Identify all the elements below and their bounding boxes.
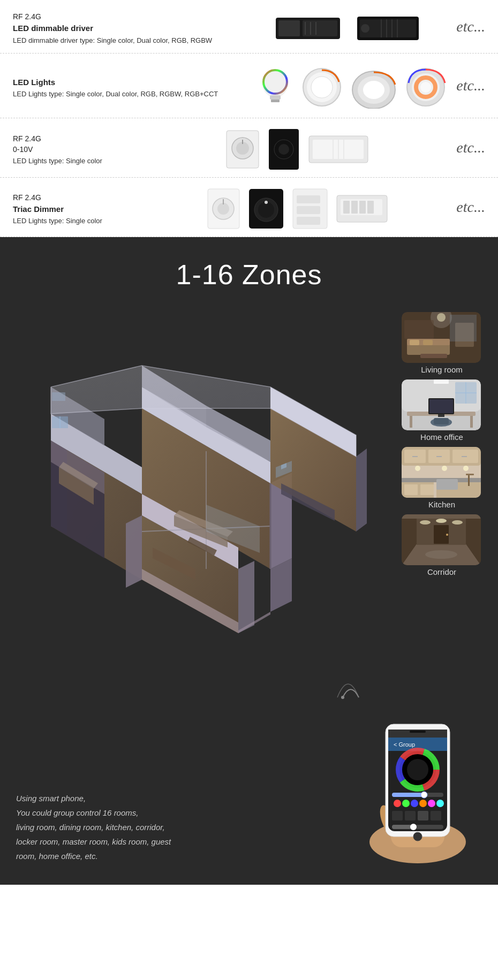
triac-touch-panel xyxy=(291,187,329,230)
etc-label-triac: etc... xyxy=(456,199,485,216)
corridor-label: Corridor xyxy=(402,567,482,576)
category-label: RF 2.4G LED dimmable driver xyxy=(13,12,212,34)
svg-point-167 xyxy=(407,759,428,780)
home-office-image xyxy=(402,379,481,430)
svg-rect-50 xyxy=(297,217,320,225)
triac-knob xyxy=(206,187,241,230)
category-label-lights: LED Lights xyxy=(13,77,218,88)
svg-rect-112 xyxy=(429,399,453,413)
svg-rect-104 xyxy=(404,320,434,339)
svg-point-19 xyxy=(311,77,333,98)
svg-rect-144 xyxy=(402,514,481,519)
svg-point-46 xyxy=(265,201,268,204)
svg-point-146 xyxy=(436,519,447,523)
svg-rect-102 xyxy=(420,354,447,358)
product-row-lights: LED Lights LED Lights type: Single color… xyxy=(0,54,498,118)
kitchen-image xyxy=(402,447,481,498)
room-thumbnails: Living room xyxy=(391,307,498,681)
triac-round-dial xyxy=(247,187,285,230)
knob-dimmer xyxy=(224,128,261,171)
svg-rect-105 xyxy=(450,315,477,341)
black-touch-panel xyxy=(268,128,300,171)
bulb-image xyxy=(256,63,294,111)
svg-rect-131 xyxy=(404,484,418,495)
svg-point-170 xyxy=(421,792,427,798)
desc-text: Using smart phone, You could group contr… xyxy=(16,791,300,863)
triac-receiver xyxy=(335,193,389,225)
svg-rect-54 xyxy=(351,201,358,214)
svg-point-147 xyxy=(452,520,463,525)
type-line: LED dimmable driver type: Single color, … xyxy=(13,36,212,44)
type-line-lights: LED Lights type: Single color, Dual colo… xyxy=(13,90,218,98)
svg-rect-14 xyxy=(270,95,281,100)
desc-paragraph: Using smart phone, You could group contr… xyxy=(16,791,300,863)
svg-point-41 xyxy=(217,203,229,215)
svg-point-45 xyxy=(258,202,274,218)
product-images-010v xyxy=(109,128,485,171)
room-thumb-home-office: Home office xyxy=(402,379,482,444)
svg-rect-115 xyxy=(434,418,449,424)
svg-point-175 xyxy=(428,800,435,807)
dark-section: 1-16 Zones xyxy=(0,237,498,885)
svg-point-171 xyxy=(394,800,401,807)
zones-content: Living room xyxy=(0,307,498,681)
kitchen-svg xyxy=(402,447,481,498)
svg-rect-185 xyxy=(410,731,426,733)
svg-rect-110 xyxy=(470,416,473,428)
driver-image-2 xyxy=(354,12,424,44)
house-3d-svg xyxy=(35,323,367,665)
svg-marker-90 xyxy=(238,561,254,633)
category-label-010v: RF 2.4G 0-10V xyxy=(13,134,109,155)
svg-rect-116 xyxy=(434,379,449,384)
etc-label-lights: etc... xyxy=(456,77,485,94)
smartphone-image: < Group xyxy=(348,692,482,863)
svg-point-33 xyxy=(278,144,289,155)
svg-point-12 xyxy=(361,24,369,33)
rgb-panel xyxy=(404,66,447,109)
svg-rect-2 xyxy=(303,20,337,36)
svg-rect-135 xyxy=(468,475,470,486)
svg-rect-133 xyxy=(436,479,458,490)
kitchen-label: Kitchen xyxy=(402,500,482,509)
svg-rect-56 xyxy=(367,201,374,214)
svg-point-184 xyxy=(413,832,422,841)
svg-point-138 xyxy=(463,466,469,471)
svg-rect-177 xyxy=(392,811,403,821)
svg-rect-1 xyxy=(278,20,300,36)
product-images-lights xyxy=(218,63,485,111)
etc-label-010v: etc... xyxy=(456,139,485,156)
svg-point-173 xyxy=(411,800,418,807)
svg-rect-113 xyxy=(438,414,444,417)
house-illustration xyxy=(0,307,391,681)
svg-rect-169 xyxy=(392,793,424,797)
svg-point-172 xyxy=(402,800,410,807)
product-info-driver: RF 2.4G LED dimmable driver LED dimmable… xyxy=(13,12,212,44)
svg-rect-178 xyxy=(405,811,416,821)
svg-rect-53 xyxy=(343,201,350,214)
svg-point-150 xyxy=(425,550,457,559)
svg-marker-68 xyxy=(126,515,142,588)
home-office-svg xyxy=(402,379,481,430)
svg-point-22 xyxy=(363,81,384,99)
product-row-010v: RF 2.4G 0-10V LED Lights type: Single co… xyxy=(0,118,498,178)
room-thumb-corridor: Corridor xyxy=(402,514,482,579)
svg-point-137 xyxy=(442,466,447,471)
svg-rect-132 xyxy=(420,484,434,495)
wifi-arc-icon xyxy=(321,671,364,703)
category-label-triac: RF 2.4G Triac Dimmer xyxy=(13,193,109,215)
product-info-triac: RF 2.4G Triac Dimmer LED Lights type: Si… xyxy=(13,193,109,225)
corridor-image xyxy=(402,514,481,565)
panel-light-1 xyxy=(300,66,343,109)
room-thumb-kitchen: Kitchen xyxy=(402,447,482,511)
svg-rect-15 xyxy=(271,100,280,102)
svg-rect-49 xyxy=(297,206,320,214)
product-row-triac: RF 2.4G Triac Dimmer LED Lights type: Si… xyxy=(0,178,498,237)
product-images-driver xyxy=(212,12,485,44)
svg-rect-98 xyxy=(410,340,419,345)
svg-point-136 xyxy=(415,466,420,471)
svg-rect-55 xyxy=(359,201,366,214)
svg-point-149 xyxy=(446,534,448,536)
svg-point-176 xyxy=(436,800,444,807)
room-thumb-living-room: Living room xyxy=(402,312,482,376)
corridor-svg xyxy=(402,514,481,565)
